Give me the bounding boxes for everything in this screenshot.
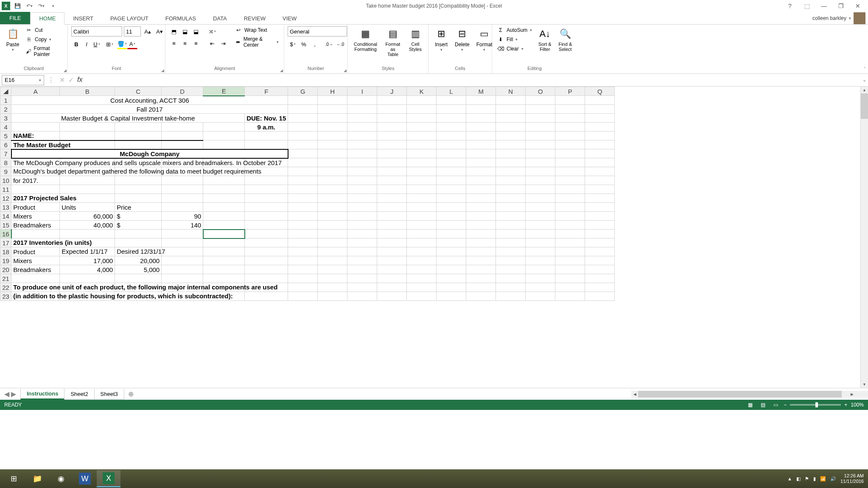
autosum-button[interactable]: ΣAutoSum ▾ <box>496 26 534 34</box>
file-explorer-button[interactable]: 📁 <box>25 470 49 487</box>
fx-icon[interactable]: fx <box>77 76 82 84</box>
cell[interactable]: Product <box>11 203 60 212</box>
normal-view-icon[interactable]: ▦ <box>745 401 755 409</box>
taskbar-clock[interactable]: 12:26 AM 11/11/2016 <box>840 473 864 484</box>
cell[interactable]: Price <box>115 203 162 212</box>
new-sheet-button[interactable]: ⊕ <box>124 388 138 400</box>
copy-button[interactable]: ⎘Copy ▾ <box>24 36 64 43</box>
row-header[interactable]: 19 <box>0 256 11 265</box>
scroll-left-icon[interactable]: ◀ <box>631 392 638 396</box>
align-right-icon[interactable]: ≡ <box>191 38 201 48</box>
percent-format-icon[interactable]: % <box>299 39 309 49</box>
cell[interactable]: Cost Accounting, ACCT 306 <box>11 96 288 105</box>
cell[interactable]: DUE: Nov. 15 <box>245 114 288 123</box>
cell[interactable]: Desired 12/31/17 <box>115 247 162 256</box>
zoom-in-icon[interactable]: + <box>844 402 847 408</box>
tray-wifi-icon[interactable]: 📶 <box>820 476 826 482</box>
cell[interactable]: 140 <box>162 221 203 230</box>
wrap-text-button[interactable]: ↩Wrap Text <box>233 26 280 34</box>
number-launcher-icon[interactable]: ◢ <box>344 68 347 73</box>
cell[interactable]: 2017 Projected Sales <box>11 194 60 203</box>
cell[interactable]: 9 a.m. <box>245 123 288 132</box>
scroll-up-icon[interactable]: ▲ <box>861 87 868 93</box>
fill-color-button[interactable]: 🪣 <box>117 39 127 49</box>
row-header[interactable]: 7 <box>0 149 11 158</box>
row-header[interactable]: 1 <box>0 96 11 105</box>
underline-button[interactable]: U <box>92 39 102 49</box>
hscroll-thumb[interactable] <box>638 391 842 398</box>
cell[interactable]: Mixers <box>11 212 60 221</box>
align-top-icon[interactable]: ⬒ <box>169 26 179 36</box>
merge-center-button[interactable]: ⬌Merge & Center ▾ <box>233 36 280 48</box>
tab-view[interactable]: VIEW <box>274 13 305 24</box>
cell[interactable]: Product <box>11 247 60 256</box>
clipboard-launcher-icon[interactable]: ◢ <box>64 68 67 73</box>
sheet-tab-sheet3[interactable]: Sheet3 <box>94 389 124 399</box>
accounting-format-icon[interactable]: $ <box>288 39 298 49</box>
cell[interactable]: NAME: <box>11 132 60 140</box>
zoom-level[interactable]: 100% <box>851 402 864 408</box>
delete-cells-button[interactable]: ⊟Delete▾ <box>452 26 472 53</box>
cell[interactable]: $ <box>115 212 162 221</box>
sort-filter-button[interactable]: A↓Sort & Filter <box>535 26 554 53</box>
help-icon[interactable]: ? <box>782 1 798 11</box>
cell[interactable]: (in addition to the plastic housing for … <box>11 292 60 301</box>
select-all-corner[interactable]: ◢ <box>0 87 11 96</box>
tray-battery-icon[interactable]: ▮ <box>813 476 816 482</box>
row-header[interactable]: 15 <box>0 221 11 230</box>
cell[interactable]: Fall 2017 <box>11 105 288 114</box>
alignment-launcher-icon[interactable]: ◢ <box>280 68 283 73</box>
col-header[interactable]: F <box>245 87 288 96</box>
row-header[interactable]: 16 <box>0 230 11 238</box>
cell[interactable]: McDough Company <box>11 149 288 158</box>
row-header[interactable]: 11 <box>0 185 11 194</box>
tab-review[interactable]: REVIEW <box>235 13 274 24</box>
find-select-button[interactable]: 🔍Find & Select <box>556 26 574 53</box>
sheet-tab-sheet2[interactable]: Sheet2 <box>64 389 94 399</box>
redo-icon[interactable]: ↷▾ <box>36 1 46 11</box>
paste-button[interactable]: 📋 Paste ▾ <box>3 26 22 53</box>
account-area[interactable]: colleen barkley▾ <box>812 12 865 24</box>
format-painter-button[interactable]: 🖌Format Painter <box>24 45 64 58</box>
cell[interactable]: 20,000 <box>115 256 162 265</box>
chrome-button[interactable]: ◉ <box>49 470 73 487</box>
conditional-formatting-button[interactable]: ▦Conditional Formatting <box>351 26 380 53</box>
tray-flag-icon[interactable]: ⚑ <box>805 476 809 482</box>
col-header[interactable]: O <box>526 87 555 96</box>
col-header[interactable]: E <box>203 87 245 96</box>
cell[interactable]: Master Budget & Capital Investment take-… <box>11 114 245 123</box>
row-header[interactable]: 23 <box>0 292 11 301</box>
sheet-nav-prev-icon[interactable]: ◀ <box>4 390 9 398</box>
zoom-out-icon[interactable]: − <box>784 402 787 408</box>
cell[interactable]: To produce one unit of each product, the… <box>11 283 60 292</box>
cell[interactable]: Units <box>60 203 115 212</box>
decrease-indent-icon[interactable]: ⇤ <box>207 38 217 48</box>
cell[interactable]: Breadmakers <box>11 265 60 274</box>
scroll-right-icon[interactable]: ▶ <box>848 392 855 396</box>
increase-font-icon[interactable]: A▴ <box>143 26 153 36</box>
sheet-tab-instructions[interactable]: Instructions <box>20 389 64 400</box>
tab-insert[interactable]: INSERT <box>64 13 101 24</box>
cell[interactable]: for 2017. <box>11 176 60 185</box>
font-launcher-icon[interactable]: ◢ <box>161 68 164 73</box>
col-header[interactable]: Q <box>585 87 615 96</box>
tab-page-layout[interactable]: PAGE LAYOUT <box>102 13 157 24</box>
col-header[interactable]: A <box>11 87 60 96</box>
col-header[interactable]: J <box>377 87 407 96</box>
number-format-select[interactable] <box>288 26 347 36</box>
col-header[interactable]: G <box>288 87 318 96</box>
cell[interactable]: 5,000 <box>115 265 162 274</box>
scroll-thumb[interactable] <box>861 93 868 119</box>
cancel-formula-icon[interactable]: ✕ <box>59 76 65 84</box>
sheet-nav-next-icon[interactable]: ▶ <box>11 390 16 398</box>
align-middle-icon[interactable]: ⬓ <box>180 26 190 36</box>
row-header[interactable]: 10 <box>0 176 11 185</box>
cut-button[interactable]: ✂Cut <box>24 26 64 34</box>
row-header[interactable]: 13 <box>0 203 11 212</box>
decrease-font-icon[interactable]: A▾ <box>154 26 165 36</box>
cell[interactable]: 40,000 <box>60 221 115 230</box>
tab-formulas[interactable]: FORMULAS <box>157 13 204 24</box>
selected-cell[interactable] <box>203 230 245 238</box>
scroll-down-icon[interactable]: ▼ <box>861 381 868 388</box>
bold-button[interactable]: B <box>71 39 81 49</box>
